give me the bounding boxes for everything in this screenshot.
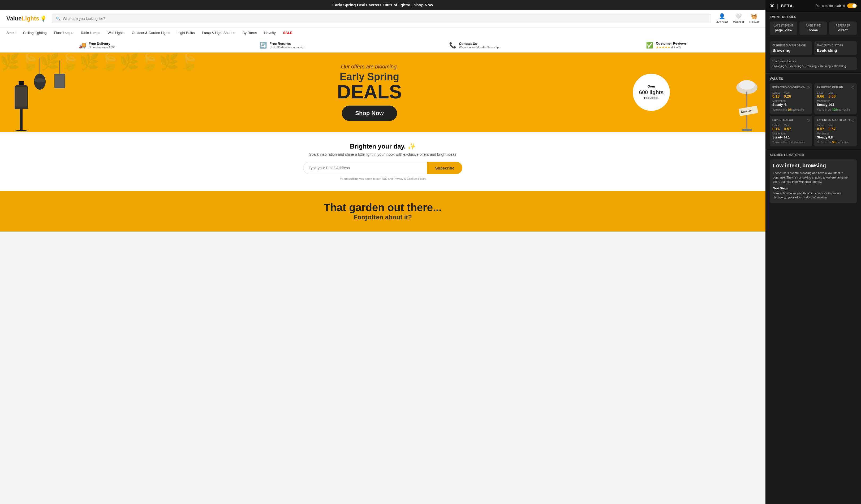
return-percentile: 89th (832, 108, 838, 111)
latest-event-card: Latest Event page_view (770, 22, 797, 35)
expected-return-title: EXPECTED RETURN ⓘ (817, 86, 854, 90)
nav-item-wall[interactable]: Wall Lights (108, 28, 124, 38)
subscribe-section: Brighten your day. ✨ Spark inspiration a… (0, 132, 765, 191)
free-returns-item: 🔄 Free Returns Up to 30 days upon receip… (260, 41, 304, 49)
subscribe-title-text: Brighten your day. (350, 143, 406, 150)
cart-latest: 0.57 (817, 127, 824, 131)
cart-percentile: 9th (832, 141, 836, 144)
account-label: Account (716, 20, 728, 24)
shop-now-button[interactable]: Shop Now (342, 106, 397, 121)
contact-sub: We are open Mon-Fri 9am - 5pm (459, 46, 501, 49)
delivery-label: Free Delivery (88, 42, 115, 46)
contact-icon: 📞 (449, 42, 456, 49)
account-icon: 👤 (719, 13, 725, 19)
conversion-max: 0.26 (784, 94, 791, 98)
nav-item-floor[interactable]: Floor Lamps (54, 28, 73, 38)
info-icon-conversion: ⓘ (807, 86, 809, 90)
returns-label: Free Returns (269, 42, 304, 46)
referrer-label: Referrer (832, 24, 854, 27)
return-momentum: Steady 14.1 (817, 103, 854, 107)
nav-item-novelty[interactable]: Novelty (264, 28, 275, 38)
svg-rect-3 (15, 87, 27, 107)
cart-momentum: Steady 8.8 (817, 136, 854, 139)
svg-point-6 (15, 130, 28, 131)
segment-description: These users are still browsing and have … (773, 171, 853, 184)
demo-mode-label: Demo mode enabled (816, 4, 845, 8)
delivery-icon: 🚚 (79, 42, 86, 49)
contact-label: Contact Us (459, 42, 501, 46)
account-button[interactable]: 👤 Account (716, 13, 728, 24)
wishlist-label: Wishlist (733, 20, 744, 24)
nav-item-outdoor[interactable]: Outdoor & Garden Lights (132, 28, 170, 38)
search-bar[interactable]: 🔍 (52, 14, 711, 23)
search-input[interactable] (63, 16, 707, 21)
current-buying-stage-value: Browsing (773, 48, 809, 53)
conversion-percentile: 6th (788, 108, 792, 111)
subscribe-title: Brighten your day. ✨ (6, 143, 759, 150)
conversion-momentum: Steady -8 (773, 103, 809, 107)
svg-point-16 (741, 129, 752, 131)
nav-item-sale[interactable]: SALE (283, 28, 292, 38)
nav-item-table[interactable]: Table Lamps (81, 28, 100, 38)
basket-button[interactable]: 🧺 Basket (749, 13, 759, 24)
segments-section: Segments Matched Low intent, browsing Th… (765, 150, 861, 504)
returns-icon: 🔄 (260, 42, 267, 49)
buying-stage-cards: Current Buying Stage Browsing Max Buying… (770, 41, 857, 55)
demo-mode-toggle[interactable]: Demo mode enabled (816, 3, 857, 8)
page-type-value: home (802, 28, 824, 32)
nav-item-bulbs[interactable]: Light Bulbs (178, 28, 194, 38)
reviews-icon: ✅ (646, 42, 653, 49)
email-input[interactable] (303, 162, 427, 174)
exit-momentum: Steady 14.1 (773, 136, 809, 139)
wishlist-icon: 🤍 (735, 13, 742, 19)
nav-item-smart[interactable]: Smart (6, 28, 16, 38)
expected-add-to-cart-title: EXPECTED ADD TO CART ⓘ (817, 118, 854, 122)
latest-event-value: page_view (773, 28, 795, 32)
basket-icon: 🧺 (751, 13, 757, 19)
garden-subtitle: Forgotten about it? (6, 213, 759, 221)
segment-card: Low intent, browsing These users are sti… (770, 159, 857, 203)
current-buying-stage-label: Current Buying Stage (773, 44, 809, 47)
hero-title: Early Spring (27, 71, 712, 83)
nav-item-room[interactable]: By Room (243, 28, 257, 38)
values-title: Values (770, 77, 857, 81)
expected-exit-card: EXPECTED EXIT ⓘ Latest0.14 Max0.57 Momen… (770, 116, 812, 146)
info-icon-exit: ⓘ (807, 118, 809, 122)
max-buying-stage-label: Max Buying Stage (817, 44, 854, 47)
journey-section: Your Latest Journey: Browsing > Evaluati… (770, 57, 857, 70)
garden-title: That garden out there... (6, 201, 759, 213)
subscribe-button[interactable]: Subscribe (427, 162, 462, 174)
journey-path: Browsing > Evaluating > Browsing > Refin… (773, 65, 854, 68)
nav-item-ceiling[interactable]: Ceiling Lighting (23, 28, 47, 38)
hero-content: Our offers are blooming. Early Spring DE… (27, 64, 712, 121)
subscribe-form: Subscribe (303, 162, 462, 174)
next-steps-text: Look at how to support these customers w… (773, 191, 853, 200)
demo-mode-switch[interactable] (847, 3, 857, 8)
subscribe-legal: By subscribing you agree to our T&C and … (6, 177, 759, 180)
header-actions: 👤 Account 🤍 Wishlist 🧺 Basket (716, 13, 759, 24)
main-nav: Smart Ceiling Lighting Floor Lamps Table… (0, 28, 765, 38)
contact-item: 📞 Contact Us We are open Mon-Fri 9am - 5… (449, 41, 501, 49)
nav-item-shades[interactable]: Lamp & Light Shades (202, 28, 235, 38)
wishlist-button[interactable]: 🤍 Wishlist (733, 13, 744, 24)
current-buying-stage-card: Current Buying Stage Browsing (770, 41, 812, 55)
hero-title2: DEALS (27, 82, 712, 101)
svg-rect-4 (15, 107, 28, 109)
basket-label: Basket (749, 20, 759, 24)
panel-logo: ✕ | BETA (770, 3, 793, 9)
badge-line1: Over (647, 84, 655, 89)
announcement-bar: Early Spring Deals across 100's of light… (0, 0, 765, 10)
info-bar: 🚚 Free Delivery On orders over £60* 🔄 Fr… (0, 38, 765, 53)
values-grid: EXPECTED CONVERSION ⓘ Latest0.18 Max0.26… (770, 83, 857, 146)
max-buying-stage-value: Evaluating (817, 48, 854, 53)
logo[interactable]: ValueLights 💡 (6, 15, 47, 22)
badge-line3: reduced. (644, 96, 658, 100)
logo-value: Value (6, 15, 22, 22)
svg-rect-5 (20, 109, 23, 131)
garden-section: That garden out there... Forgotten about… (0, 191, 765, 232)
referrer-value: direct (832, 28, 854, 32)
announcement-text: Early Spring Deals across 100's of light… (332, 3, 433, 7)
event-details-section: Event Details Latest Event page_view Pag… (765, 12, 861, 38)
segments-title: Segments Matched (770, 153, 857, 157)
return-latest: 0.66 (817, 94, 824, 98)
